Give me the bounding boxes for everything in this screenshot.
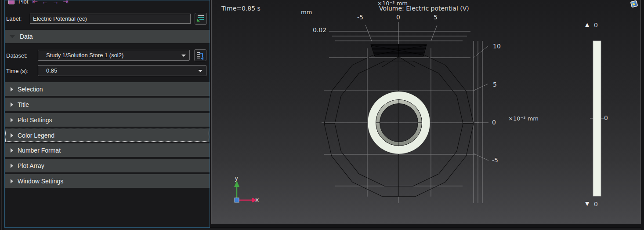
section-label: Title xyxy=(18,101,29,108)
y-axis-exponent: ×10⁻³ mm xyxy=(508,115,539,122)
chevron-right-icon xyxy=(11,148,13,153)
x-tick-label: -5 xyxy=(357,14,363,21)
chevron-right-icon xyxy=(11,179,13,183)
section-title[interactable]: Title xyxy=(5,98,210,111)
chevron-right-icon xyxy=(11,164,13,168)
legend-max-arrow-icon: ▲ xyxy=(585,22,589,28)
x-tick-label: 0 xyxy=(396,14,400,21)
y-tick-label: 5 xyxy=(493,81,497,88)
settings-panel: Plot ⇤ ← → ⇥ Label: Electric Potential (… xyxy=(4,0,210,228)
label-input-value: Electric Potential (ec) xyxy=(33,15,87,22)
plot-next-icon[interactable]: → xyxy=(52,0,59,5)
chevron-right-icon xyxy=(11,87,13,91)
rename-icon xyxy=(197,15,204,22)
left-axis-unit: mm xyxy=(301,9,312,15)
plot-node-icon xyxy=(8,0,14,4)
section-label: Color Legend xyxy=(18,132,54,139)
graphics-window[interactable]: Time=0.85 s mm ×10⁻³ mm Volume: Electric… xyxy=(211,0,641,224)
legend-min-arrow-icon: ▼ xyxy=(585,201,589,207)
section-plot-settings[interactable]: Plot Settings xyxy=(5,113,210,127)
y-tick-label: 10 xyxy=(493,43,501,50)
section-window-settings[interactable]: Window Settings xyxy=(5,174,210,188)
chevron-right-icon xyxy=(11,102,13,107)
go-to-source-icon xyxy=(197,52,204,58)
right-axis-plane xyxy=(474,41,488,203)
section-plot-array[interactable]: Plot Array xyxy=(5,159,210,172)
legend-min-value: 0 xyxy=(594,201,598,208)
dataset-select[interactable]: Study 1/Solution Store 1 (sol2) xyxy=(38,50,190,61)
dataset-label: Dataset: xyxy=(6,52,27,59)
section-label: Selection xyxy=(18,86,43,93)
plot-first-icon[interactable]: ⇤ xyxy=(32,0,38,5)
section-number-format[interactable]: Number Format xyxy=(5,143,210,157)
time-select-value: 0.85 xyxy=(46,67,57,74)
y-axis-arrow-icon xyxy=(234,181,239,187)
section-label: Plot Array xyxy=(18,162,44,169)
x-axis-label: x xyxy=(255,196,259,203)
section-label: Window Settings xyxy=(18,178,63,185)
time-label: Time (s): xyxy=(6,68,29,74)
top-axis-plane xyxy=(329,22,470,44)
chevron-right-icon xyxy=(11,133,13,138)
legend-max-value: 0 xyxy=(594,22,598,29)
go-to-source-button[interactable] xyxy=(194,49,206,61)
section-color-legend[interactable]: Color Legend xyxy=(5,128,210,142)
time-select[interactable]: 0.85 xyxy=(38,65,206,76)
time-annotation: Time=0.85 s xyxy=(221,5,260,12)
origin-marker-icon xyxy=(235,198,239,202)
rename-button[interactable] xyxy=(195,13,207,25)
section-label: Number Format xyxy=(18,147,61,154)
y-axis-label: y xyxy=(235,175,238,182)
plot-previous-icon[interactable]: ← xyxy=(42,0,48,5)
legend-mid-value: 0 xyxy=(604,114,608,121)
settings-toolbar: Plot ⇤ ← → ⇥ xyxy=(8,0,69,6)
x-tick-label: 5 xyxy=(434,14,438,21)
chevron-down-icon xyxy=(10,35,15,38)
chevron-down-icon xyxy=(198,70,203,72)
section-data-label: Data xyxy=(20,33,33,40)
next-window-top-edge xyxy=(4,228,641,230)
plot-canvas xyxy=(212,0,641,224)
chevron-down-icon xyxy=(181,55,186,57)
electrode-disk xyxy=(371,44,427,56)
settings-title: Plot xyxy=(18,0,28,5)
plot-last-icon[interactable]: ⇥ xyxy=(63,0,69,5)
gridlines xyxy=(322,48,479,203)
geometry-wireframe xyxy=(324,51,474,197)
dataset-select-value: Study 1/Solution Store 1 (sol2) xyxy=(46,52,123,58)
plot-title: Volume: Electric potential (V) xyxy=(379,5,469,12)
section-data[interactable]: Data xyxy=(5,30,210,43)
color-legend-bar xyxy=(590,41,604,196)
coordinate-triad xyxy=(234,181,257,203)
label-input[interactable]: Electric Potential (ec) xyxy=(30,14,191,24)
y-tick-label: -5 xyxy=(492,157,498,164)
y-tick-label: 0 xyxy=(492,119,496,126)
section-label: Plot Settings xyxy=(18,117,52,124)
left-tick-label: 0.02 xyxy=(313,26,326,33)
section-selection[interactable]: Selection xyxy=(5,82,210,96)
label-field-label: Label: xyxy=(6,15,22,22)
app-edge-divider xyxy=(1,0,2,230)
chevron-right-icon xyxy=(11,118,13,122)
